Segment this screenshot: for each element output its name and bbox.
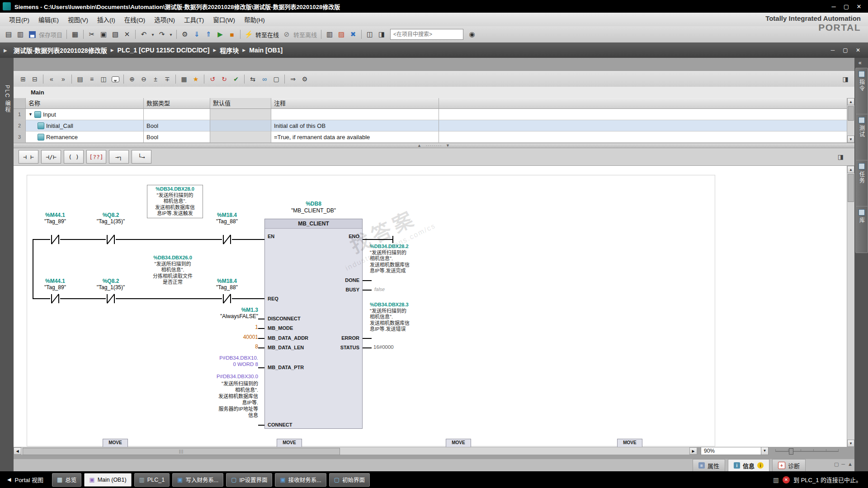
- paste-icon[interactable]: ▧: [110, 29, 121, 40]
- operand-comment[interactable]: %DB34.DBX26.0 "发送所扫描到的 相机信息". 分拣相机读取文件 是…: [147, 255, 198, 286]
- table-row[interactable]: 1 ▼Input: [14, 109, 847, 120]
- operand-label[interactable]: %Q8.2"Tag_1(35)": [86, 212, 136, 225]
- empty-box-button[interactable]: [??]: [86, 150, 106, 164]
- taskbar-overview-button[interactable]: ▦ 总览: [52, 473, 81, 487]
- zoom-select[interactable]: 90% ▼: [701, 447, 769, 455]
- var-type[interactable]: Bool: [144, 120, 210, 131]
- collapse-all-networks-icon[interactable]: ⊖: [138, 74, 149, 84]
- operand-label[interactable]: %M18.4"Tag_88": [202, 212, 252, 225]
- task-card-libraries[interactable]: 库: [855, 206, 868, 253]
- taskbar-receive-finance-button[interactable]: ▣ 接收财务系...: [275, 473, 326, 487]
- disconnect-operand[interactable]: %M1.3 "AlwaysFALSE": [190, 307, 258, 319]
- tab-diagnostics[interactable]: + 诊断: [772, 459, 806, 471]
- menu-online[interactable]: 在线(O): [120, 15, 150, 24]
- go-offline-icon[interactable]: ⊘: [281, 29, 292, 40]
- var-comment[interactable]: Initial call of this OB: [271, 120, 439, 131]
- project-search-input[interactable]: [392, 31, 461, 38]
- normally-open-contact-button[interactable]: ⊣ ⊢: [19, 150, 38, 164]
- comment-toggle-icon[interactable]: [110, 74, 121, 84]
- nc-contact[interactable]: [222, 234, 232, 245]
- taskbar-write-finance-button[interactable]: ▣ 写入财务系...: [172, 473, 223, 487]
- operand-comment[interactable]: %DB34.DBX28.0 "发送所扫描到的 相机信息". 发送相机数据库信 息…: [147, 185, 203, 218]
- scroll-left-icon[interactable]: ◀: [14, 447, 21, 455]
- cross-reference-icon[interactable]: ✖: [348, 29, 359, 40]
- close-button[interactable]: ✕: [853, 3, 865, 10]
- favorites-icon[interactable]: ★: [190, 74, 201, 84]
- next-error-icon[interactable]: ↻: [219, 74, 230, 84]
- scrollbar-thumb[interactable]: [848, 106, 854, 121]
- download-to-device-icon[interactable]: ⇓: [191, 29, 202, 40]
- var-type[interactable]: [144, 109, 210, 120]
- open-branch-button[interactable]: →┐: [109, 150, 129, 164]
- open-project-icon[interactable]: ▥: [15, 29, 26, 40]
- table-editor-splitter[interactable]: ▲∙∙∙∙∙∙∙∙▼: [14, 143, 854, 148]
- navigate-forward-icon[interactable]: »: [58, 74, 69, 84]
- scrollbar-thumb[interactable]: [848, 174, 854, 202]
- move-block[interactable]: MOVE: [277, 439, 302, 447]
- expand-all-networks-icon[interactable]: ⊕: [127, 74, 137, 84]
- pin-status[interactable]: STATUS: [340, 345, 359, 350]
- insert-network-icon[interactable]: ⊞: [18, 74, 28, 84]
- operand-label[interactable]: %M44.1"Tag_89": [30, 212, 80, 225]
- tab-properties[interactable]: ≡ 属性: [693, 459, 725, 471]
- move-block[interactable]: MOVE: [617, 439, 642, 447]
- snapshot-icon[interactable]: ▢: [271, 74, 282, 84]
- redo-dropdown-icon[interactable]: ▾: [168, 29, 174, 40]
- task-card-testing[interactable]: 测试: [855, 114, 868, 161]
- breadcrumb-program-blocks[interactable]: 程序块: [220, 46, 239, 55]
- minimize-button[interactable]: ─: [827, 3, 840, 10]
- editor-close-button[interactable]: ✕: [852, 47, 864, 53]
- scrollbar-thumb[interactable]: |||: [23, 448, 340, 455]
- operand-label[interactable]: %M44.1"Tag_89": [30, 278, 80, 291]
- error-operand[interactable]: %DB34.DBX28.3 "发送所扫描到的 相机信息". 发送相机数据库信 息…: [370, 302, 423, 333]
- nc-contact[interactable]: [106, 293, 116, 305]
- inspector-expand-icon[interactable]: ▲: [848, 461, 853, 467]
- jump-to-definition-icon[interactable]: ⇒: [288, 74, 298, 84]
- move-block[interactable]: MOVE: [103, 439, 128, 447]
- print-icon[interactable]: ▦: [70, 29, 80, 40]
- menu-tools[interactable]: 工具(T): [179, 15, 208, 24]
- taskbar-main-ob1-button[interactable]: ▣ Main (OB1): [84, 473, 131, 487]
- project-search-box[interactable]: [390, 29, 463, 40]
- column-header-datatype[interactable]: 数据类型: [144, 98, 210, 109]
- menu-project[interactable]: 项目(P): [5, 15, 34, 24]
- start-cpu-icon[interactable]: ▶: [215, 29, 226, 40]
- connect-pointer[interactable]: P#DB34.DBX30.0: [190, 373, 258, 380]
- nc-contact[interactable]: [222, 293, 232, 305]
- network-list-icon[interactable]: ≡: [86, 74, 97, 84]
- network-toggle-icon[interactable]: ▦: [179, 74, 189, 84]
- device-info-icon[interactable]: ▥: [324, 29, 335, 40]
- editor-settings-icon[interactable]: ⚙: [299, 74, 310, 84]
- pin-mb-data-addr[interactable]: MB_DATA_ADDR: [268, 335, 308, 341]
- go-offline-label[interactable]: 转至离线: [293, 30, 317, 39]
- maximize-network-icon[interactable]: ◨: [838, 153, 844, 160]
- column-header-default[interactable]: 默认值: [210, 98, 271, 109]
- tab-info[interactable]: i 信息 i: [728, 459, 769, 471]
- scroll-down-icon[interactable]: ▼: [847, 136, 854, 143]
- show-project-tree-button[interactable]: ▶: [4, 48, 7, 53]
- new-project-icon[interactable]: ▤: [3, 29, 14, 40]
- done-operand[interactable]: %DB34.DBX28.2 "发送所扫描到的 相机信息". 发送相机数据库信 息…: [370, 244, 423, 274]
- var-type[interactable]: Bool: [144, 131, 210, 143]
- pin-disconnect[interactable]: DISCONNECT: [268, 316, 301, 321]
- navigate-back-icon[interactable]: «: [46, 74, 57, 84]
- scroll-down-icon[interactable]: ▼: [847, 440, 854, 447]
- pin-mb-data-len[interactable]: MB_DATA_LEN: [268, 345, 304, 350]
- portal-view-button[interactable]: ◀ Portal 视图: [0, 475, 51, 484]
- scroll-right-icon[interactable]: ▶: [689, 447, 697, 455]
- breadcrumb-main-ob1[interactable]: Main [OB1]: [249, 47, 283, 54]
- operand-label[interactable]: %M18.4"Tag_88": [202, 278, 252, 291]
- pin-mb-mode[interactable]: MB_MODE: [268, 325, 293, 331]
- table-row[interactable]: 2 Initial_Call Bool Initial call of this…: [14, 120, 847, 131]
- normally-closed-contact-button[interactable]: ⊣/⊢: [41, 150, 61, 164]
- mb-data-len-value[interactable]: 8: [190, 343, 258, 350]
- maximize-button[interactable]: ▢: [840, 3, 853, 10]
- upload-from-device-icon[interactable]: ⇑: [203, 29, 214, 40]
- task-card-instructions[interactable]: 指令: [855, 68, 868, 115]
- online-tools-icon[interactable]: ▨: [336, 29, 347, 40]
- mb-data-ptr-value[interactable]: P#DB34.DBX10. 0 WORD 8: [190, 355, 258, 367]
- operand-label[interactable]: %Q8.2"Tag_1(35)": [86, 278, 136, 291]
- update-block-calls-icon[interactable]: ⇆: [247, 74, 258, 84]
- inspector-restore-icon[interactable]: ▢: [834, 461, 839, 467]
- go-online-icon[interactable]: ⚡: [243, 29, 254, 40]
